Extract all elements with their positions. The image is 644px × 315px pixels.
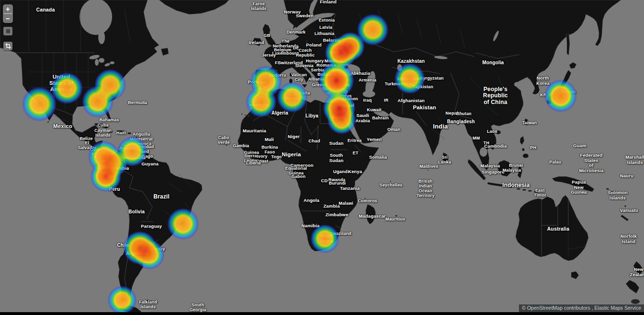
- zoom-out-button[interactable]: −: [3, 14, 13, 23]
- osm-attribution-link[interactable]: OpenStreetMap contributors: [527, 305, 590, 311]
- heatmap-canvas: [0, 0, 644, 312]
- square-icon: [6, 29, 10, 33]
- zoom-in-button[interactable]: +: [3, 4, 13, 13]
- copyright-symbol: ©: [522, 305, 526, 311]
- bottom-bar: [0, 312, 644, 315]
- map-viewport[interactable]: CanadaUnited States of AmericaMexicoBerm…: [0, 0, 644, 312]
- attribution-separator: ,: [592, 305, 593, 311]
- zoom-control: + −: [3, 4, 13, 23]
- crop-tool-button[interactable]: [3, 42, 12, 50]
- map-attribution: © OpenStreetMap contributors , Elastic M…: [519, 304, 644, 312]
- crop-icon: [5, 43, 11, 49]
- extent-tool-button[interactable]: [3, 27, 12, 35]
- elastic-maps-attribution-link[interactable]: Elastic Maps Service: [595, 305, 641, 311]
- map-controls: + −: [3, 4, 13, 50]
